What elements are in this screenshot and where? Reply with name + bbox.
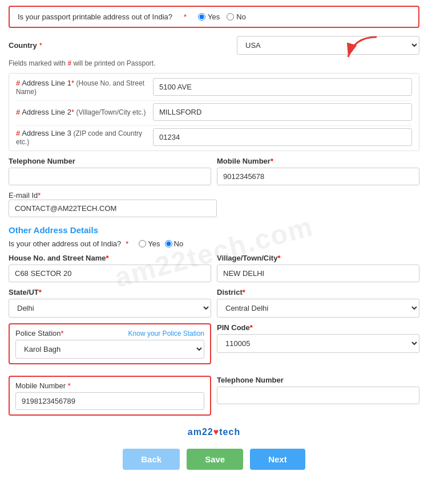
house-village-row: House No. and Street Name* Village/Town/… <box>9 254 419 282</box>
village-town-input[interactable] <box>217 265 419 282</box>
passport-no-radio[interactable] <box>227 13 234 21</box>
tel-bottom-group: Telephone Number <box>217 376 419 421</box>
police-station-header: Police Station* Know your Police Station <box>15 329 204 338</box>
address-line-2-sub: (Village/Town/City etc.) <box>76 108 146 116</box>
mobile-top-label: Mobile Number* <box>217 157 419 165</box>
passport-yes-radio[interactable] <box>198 13 205 21</box>
other-address-question-row: Is your other address out of India? * Ye… <box>9 239 419 248</box>
tel-bottom-label: Telephone Number <box>217 376 419 384</box>
state-select[interactable]: Delhi Maharashtra Karnataka Tamil Nadu U… <box>9 299 211 318</box>
hash-3: # <box>16 129 20 137</box>
mobile-tel-bottom-row: Mobile Number * Telephone Number <box>9 376 419 421</box>
village-town-label: Village/Town/City* <box>217 254 419 262</box>
email-input[interactable] <box>9 200 217 217</box>
other-address-heading: Other Address Details <box>9 225 419 235</box>
passport-required-marker: * <box>184 13 187 21</box>
house-street-input[interactable] <box>9 265 211 282</box>
house-street-label: House No. and Street Name* <box>9 254 211 262</box>
address-line-3-row: # Address Line 3 (ZIP code and Country e… <box>16 128 412 146</box>
bottom-buttons: Back Save Next <box>9 449 419 475</box>
other-addr-no-text: No <box>174 239 184 248</box>
police-station-highlight: Police Station* Know your Police Station… <box>9 323 211 364</box>
police-station-label: Police Station* <box>15 329 64 338</box>
country-label: Country <box>9 41 37 50</box>
brand-watermark: am22♥tech <box>9 427 419 437</box>
brand-suffix: tech <box>219 427 240 437</box>
brand-name: am22 <box>188 427 213 437</box>
address-section: # Address Line 1* (House No. and Street … <box>9 73 419 151</box>
telephone-input[interactable] <box>9 168 211 185</box>
pin-code-group: PIN Code* 110005 110001 110002 110003 <box>217 323 419 370</box>
back-button[interactable]: Back <box>123 449 180 470</box>
house-street-group: House No. and Street Name* <box>9 254 211 282</box>
telephone-group: Telephone Number <box>9 157 211 185</box>
other-address-question-text: Is your other address out of India? <box>9 239 121 248</box>
state-district-row: State/UT* Delhi Maharashtra Karnataka Ta… <box>9 288 419 318</box>
address-line-3-input[interactable] <box>153 128 412 146</box>
mobile-bottom-label: Mobile Number * <box>15 381 71 390</box>
next-button[interactable]: Next <box>250 449 305 470</box>
address-line-2-text: Address Line 2 <box>22 108 71 116</box>
fields-note: Fields marked with # will be printed on … <box>9 59 419 67</box>
address-line-1-label: # Address Line 1* (House No. and Street … <box>16 79 147 96</box>
address-line-1-input[interactable] <box>153 78 412 96</box>
passport-no-text: No <box>236 13 246 21</box>
address-line-3-text: Address Line 3 <box>22 129 71 137</box>
save-button[interactable]: Save <box>187 449 243 470</box>
police-pin-row: Police Station* Know your Police Station… <box>9 323 419 370</box>
hash-2: # <box>16 108 20 116</box>
address-line-2-label: # Address Line 2* (Village/Town/City etc… <box>16 108 147 116</box>
state-label: State/UT* <box>9 288 211 296</box>
email-group: E-mail Id* <box>9 191 217 217</box>
passport-radio-group: Yes No <box>198 13 246 21</box>
tel-mobile-row: Telephone Number Mobile Number* <box>9 157 419 185</box>
district-select[interactable]: Central Delhi North Delhi South Delhi Ea… <box>217 299 419 318</box>
mobile-bottom-highlight: Mobile Number * <box>9 376 211 416</box>
hash-1: # <box>16 79 20 87</box>
other-addr-no-label[interactable]: No <box>165 239 184 248</box>
country-select[interactable]: USA India UK Canada Australia <box>237 36 419 55</box>
mobile-top-group: Mobile Number* <box>217 157 419 185</box>
address-line-2-row: # Address Line 2* (Village/Town/City etc… <box>16 103 412 121</box>
know-police-station-link[interactable]: Know your Police Station <box>128 330 204 338</box>
country-row: Country * USA India UK Canada Australia <box>9 36 419 55</box>
other-addr-no-radio[interactable] <box>165 240 172 247</box>
mobile-top-input[interactable] <box>217 168 419 185</box>
passport-yes-label[interactable]: Yes <box>198 13 220 21</box>
district-label: District* <box>217 288 419 296</box>
state-group: State/UT* Delhi Maharashtra Karnataka Ta… <box>9 288 211 318</box>
pin-code-label: PIN Code* <box>217 323 419 332</box>
address-line-2-input[interactable] <box>153 103 412 121</box>
addr1-req: * <box>71 79 74 87</box>
tel-bottom-input[interactable] <box>217 387 419 404</box>
email-label: E-mail Id* <box>9 191 41 200</box>
passport-question-label: Is your passport printable address out o… <box>18 13 172 21</box>
other-addr-yes-text: Yes <box>148 239 160 248</box>
district-group: District* Central Delhi North Delhi Sout… <box>217 288 419 318</box>
passport-no-label[interactable]: No <box>227 13 246 21</box>
other-addr-yes-radio[interactable] <box>139 240 146 247</box>
country-select-wrap: USA India UK Canada Australia <box>237 36 419 55</box>
police-station-select[interactable]: Karol Bagh Connaught Place Paharganj Sad… <box>15 340 204 359</box>
address-line-1-row: # Address Line 1* (House No. and Street … <box>16 78 412 96</box>
address-line-3-label: # Address Line 3 (ZIP code and Country e… <box>16 129 147 146</box>
country-required: * <box>39 41 42 50</box>
addr2-req: * <box>71 108 74 116</box>
other-addr-yes-label[interactable]: Yes <box>139 239 160 248</box>
telephone-label: Telephone Number <box>9 157 211 165</box>
pin-code-select[interactable]: 110005 110001 110002 110003 <box>217 334 419 353</box>
address-line-1-text: Address Line 1 <box>22 79 71 87</box>
passport-yes-text: Yes <box>208 13 220 21</box>
village-town-group: Village/Town/City* <box>217 254 419 282</box>
mobile-bottom-input[interactable] <box>15 392 204 410</box>
passport-question-box: Is your passport printable address out o… <box>9 6 419 28</box>
brand-heart: ♥ <box>213 427 220 437</box>
hash-marker: # <box>67 59 71 67</box>
other-addr-req: * <box>126 239 128 248</box>
